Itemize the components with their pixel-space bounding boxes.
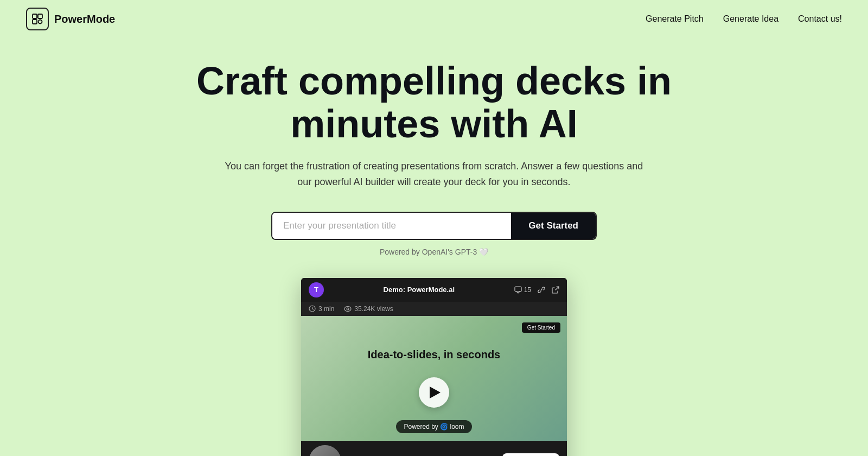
link-icon[interactable]	[538, 286, 545, 294]
hero-title: Craft compelling decks in minutes with A…	[136, 60, 732, 145]
comment-badge: 15	[514, 286, 531, 294]
powered-by-text: Powered by OpenAI's GPT-3 🤍	[380, 248, 488, 256]
nav-generate-pitch[interactable]: Generate Pitch	[646, 14, 704, 24]
video-title: Demo: PowerMode.ai	[330, 286, 508, 294]
demo-video-container: T Demo: PowerMode.ai 15 3 min	[301, 278, 567, 456]
get-started-button[interactable]: Get Started	[511, 213, 596, 239]
video-uploader-avatar: T	[309, 282, 324, 297]
video-views: 35.24K views	[344, 305, 393, 313]
nav-contact-us[interactable]: Contact us!	[798, 14, 842, 24]
video-inner-title: Idea-to-slides, in seconds	[368, 349, 501, 361]
header: PowerMode Generate Pitch Generate Idea C…	[0, 0, 868, 38]
play-button[interactable]	[419, 377, 449, 408]
svg-point-6	[344, 306, 351, 311]
presenter-avatar	[309, 445, 341, 456]
video-controls-bar: 'd love to chat!	[301, 441, 567, 456]
video-main-area: Get Started Idea-to-slides, in seconds P…	[301, 316, 567, 441]
video-stats-bar: 3 min 35.24K views	[301, 302, 567, 316]
video-duration: 3 min	[309, 305, 334, 313]
hero-section: Craft compelling decks in minutes with A…	[0, 38, 868, 456]
svg-point-7	[347, 308, 349, 310]
logo-text: PowerMode	[54, 13, 115, 26]
video-meta-icons: 15	[514, 286, 559, 294]
svg-rect-2	[33, 20, 37, 24]
logo-icon	[26, 8, 49, 30]
svg-rect-4	[515, 287, 521, 292]
search-bar: Get Started	[271, 212, 597, 240]
powered-loom-badge: Powered by 🌀 loom	[396, 420, 471, 433]
svg-rect-1	[38, 14, 42, 18]
video-get-started-label: Get Started	[522, 322, 560, 333]
chat-bubble: 'd love to chat!	[502, 453, 559, 456]
play-icon	[430, 387, 441, 398]
nav: Generate Pitch Generate Idea Contact us!	[646, 14, 842, 24]
external-link-icon[interactable]	[552, 286, 559, 294]
presenter-avatar-img	[309, 445, 341, 456]
presentation-title-input[interactable]	[272, 213, 511, 239]
video-topbar: T Demo: PowerMode.ai 15	[301, 278, 567, 302]
nav-generate-idea[interactable]: Generate Idea	[723, 14, 778, 24]
logo: PowerMode	[26, 8, 115, 30]
hero-subtitle: You can forget the frustration of creati…	[222, 159, 646, 190]
svg-rect-0	[33, 14, 37, 18]
svg-point-3	[39, 20, 42, 24]
